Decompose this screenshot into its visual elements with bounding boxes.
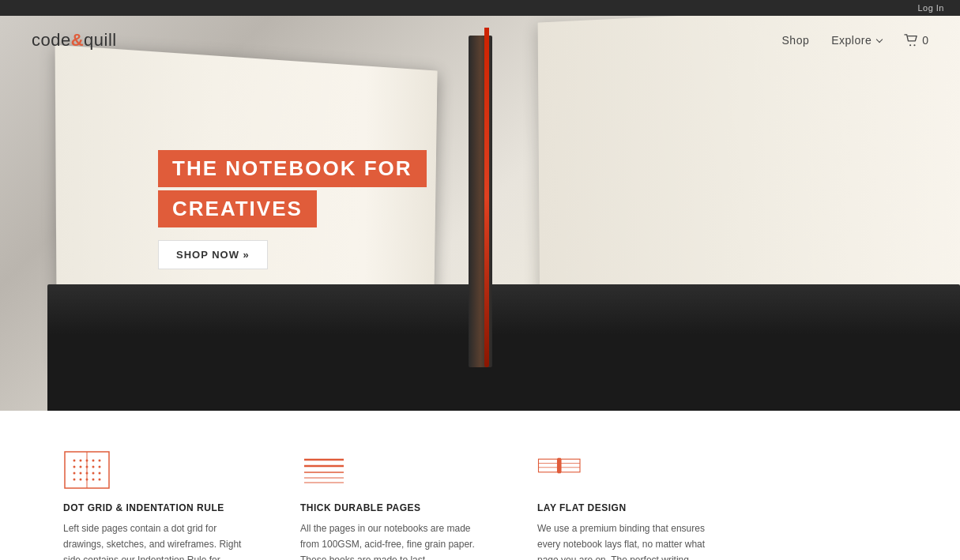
features-section: DOT GRID & INDENTATION RULE Left side pa… bbox=[0, 411, 960, 560]
svg-point-19 bbox=[80, 479, 82, 481]
cart-icon bbox=[904, 34, 918, 47]
chevron-down-icon bbox=[876, 36, 883, 43]
svg-point-7 bbox=[99, 460, 101, 462]
svg-rect-32 bbox=[558, 458, 562, 474]
nav-explore[interactable]: Explore bbox=[831, 34, 882, 47]
svg-point-1 bbox=[914, 44, 916, 46]
lines-icon bbox=[300, 450, 348, 490]
svg-point-3 bbox=[73, 460, 76, 462]
cart-count: 0 bbox=[922, 34, 928, 47]
logo-code: code bbox=[32, 30, 71, 50]
feature-dot-grid: DOT GRID & INDENTATION RULE Left side pa… bbox=[63, 450, 253, 560]
hero-section: code&quill Shop Explore 0 bbox=[0, 16, 960, 411]
cart-button[interactable]: 0 bbox=[904, 34, 928, 47]
svg-point-21 bbox=[92, 479, 95, 481]
logo-ampersand: & bbox=[71, 30, 84, 50]
svg-point-8 bbox=[73, 466, 76, 468]
svg-point-0 bbox=[909, 44, 911, 46]
login-link[interactable]: Log In bbox=[917, 3, 944, 13]
notebook-ribbon bbox=[484, 28, 489, 367]
svg-rect-33 bbox=[561, 459, 580, 472]
svg-point-6 bbox=[92, 460, 95, 462]
notebook-illustration bbox=[0, 16, 960, 411]
lay-flat-icon bbox=[537, 450, 585, 490]
feature-thick-pages: THICK DURABLE PAGES All the pages in our… bbox=[300, 450, 490, 560]
svg-point-16 bbox=[92, 472, 95, 475]
svg-point-13 bbox=[73, 472, 76, 475]
login-bar: Log In bbox=[0, 0, 960, 16]
feature-dot-grid-title: DOT GRID & INDENTATION RULE bbox=[63, 502, 253, 513]
svg-point-9 bbox=[80, 466, 82, 468]
hero-tag-line-1: THE NOTEBOOK FOR bbox=[158, 150, 427, 187]
feature-lay-flat-title: LAY FLAT DESIGN bbox=[537, 502, 727, 513]
hero-tag-line-2: CREATIVES bbox=[158, 190, 317, 227]
feature-dot-grid-desc: Left side pages contain a dot grid for d… bbox=[63, 521, 253, 560]
nav-explore-label: Explore bbox=[831, 34, 872, 47]
hero-content: THE NOTEBOOK FOR CREATIVES SHOP NOW » bbox=[158, 150, 427, 269]
logo-quill: quill bbox=[84, 30, 117, 50]
header-nav: Shop Explore 0 bbox=[782, 34, 928, 47]
svg-point-14 bbox=[80, 472, 82, 475]
dot-grid-icon bbox=[63, 450, 111, 490]
feature-thick-pages-title: THICK DURABLE PAGES bbox=[300, 502, 490, 513]
svg-point-22 bbox=[99, 479, 101, 481]
svg-point-4 bbox=[80, 460, 82, 462]
hero-background bbox=[0, 16, 960, 411]
feature-lay-flat: LAY FLAT DESIGN We use a premium binding… bbox=[537, 450, 727, 560]
site-header: code&quill Shop Explore 0 bbox=[0, 16, 960, 65]
svg-point-18 bbox=[73, 479, 76, 481]
svg-point-17 bbox=[99, 472, 101, 475]
site-logo[interactable]: code&quill bbox=[32, 30, 117, 51]
shop-now-button[interactable]: SHOP NOW » bbox=[158, 240, 268, 269]
feature-thick-pages-desc: All the pages in our notebooks are made … bbox=[300, 521, 490, 560]
svg-rect-29 bbox=[539, 459, 558, 472]
notebook-cover bbox=[47, 284, 960, 411]
svg-point-11 bbox=[92, 466, 95, 468]
nav-shop[interactable]: Shop bbox=[782, 34, 810, 47]
feature-lay-flat-desc: We use a premium binding that ensures ev… bbox=[537, 521, 727, 560]
svg-point-12 bbox=[99, 466, 101, 468]
